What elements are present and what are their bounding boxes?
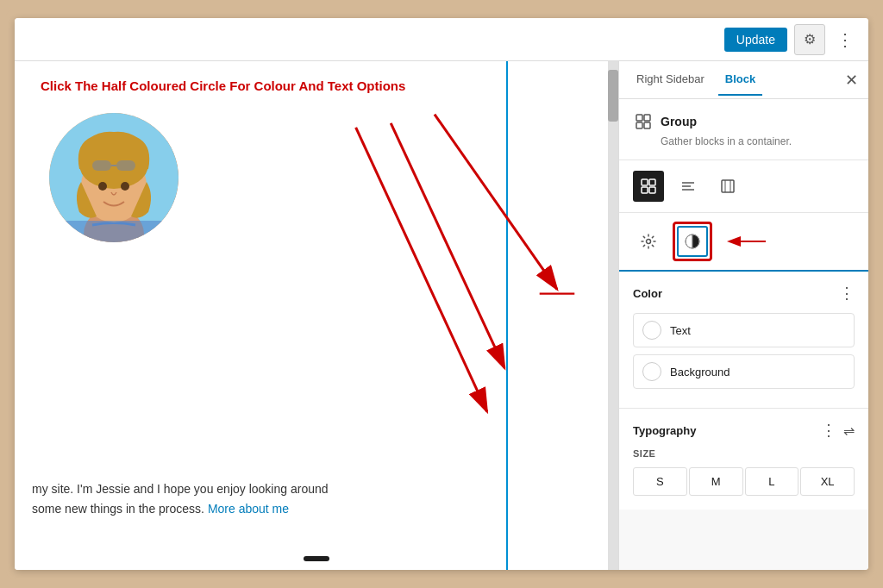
typography-dots[interactable]: ⋮ [821,421,836,440]
editor-inner: Click The Half Coloured Circle For Colou… [15,61,618,570]
update-button[interactable]: Update [724,28,787,52]
sidebar-close-button[interactable]: ✕ [845,71,858,90]
gear-icon: ⚙ [804,31,816,47]
svg-rect-21 [642,187,648,193]
block-toolbar-row1 [619,160,868,213]
text-color-swatch [642,321,661,340]
resize-button[interactable] [712,171,743,202]
resize-icon [720,178,736,194]
scrollbar-thumb[interactable] [608,70,618,122]
right-sidebar: Right Sidebar Block ✕ [618,61,868,570]
svg-rect-18 [644,122,650,128]
svg-rect-5 [116,160,135,171]
block-info: Group Gather blocks in a container. [619,99,868,160]
color-background-option[interactable]: Background [633,354,855,389]
half-circle-color-button[interactable] [677,226,708,257]
size-l-button[interactable]: L [745,467,799,496]
background-color-swatch [642,362,661,381]
bio-text-line2: some new things in the process. [32,502,204,516]
settings-icon-button[interactable] [633,226,664,257]
group-mode-button[interactable] [633,171,664,202]
svg-rect-20 [649,179,655,185]
svg-rect-16 [644,115,650,121]
blue-vertical-line [506,61,508,570]
svg-rect-19 [642,179,648,185]
profile-image-container [49,113,178,242]
group-block-icon [635,113,652,130]
arrow-svg [724,233,767,250]
sidebar-tabs: Right Sidebar Block ✕ [619,61,868,99]
bio-link[interactable]: More about me [208,502,289,516]
top-toolbar: Update ⚙ ⋮ [15,18,868,61]
tab-block[interactable]: Block [718,64,762,96]
toolbar-more-button[interactable]: ⋮ [832,24,858,55]
block-title-row: Group [633,111,855,132]
svg-rect-4 [92,160,111,171]
svg-point-7 [98,182,107,191]
svg-rect-9 [49,221,178,242]
face-illustration [49,113,178,242]
block-toolbar-row2 [619,213,868,272]
block-description: Gather blocks in a container. [661,135,855,147]
typography-header: Typography ⋮ ⇌ [633,421,855,440]
size-s-button[interactable]: S [633,467,687,496]
half-circle-highlight-box [673,222,712,261]
typography-section: Typography ⋮ ⇌ SIZE S M L XL [619,409,868,510]
size-label: SIZE [633,448,855,459]
outer-frame: Update ⚙ ⋮ Click The Half Coloured Circl… [6,9,877,579]
color-section-dots[interactable]: ⋮ [839,284,855,303]
size-xl-button[interactable]: XL [800,467,855,496]
main-container: Update ⚙ ⋮ Click The Half Coloured Circl… [15,18,868,570]
content-area: Click The Half Coloured Circle For Colou… [15,61,868,570]
bio-text: my site. I'm Jessie and I hope you enjoy… [32,479,601,518]
svg-rect-15 [636,115,642,121]
text-color-label: Text [670,324,691,337]
block-title-label: Group [661,115,697,128]
svg-rect-22 [649,187,655,193]
arrow-indicator [724,233,767,250]
align-button[interactable] [673,171,704,202]
annotation-text: Click The Half Coloured Circle For Colou… [41,78,405,93]
color-section-header: Color ⋮ [633,284,855,303]
group-mode-icon [641,178,656,194]
svg-rect-17 [636,122,642,128]
settings-icon [641,234,656,249]
bio-text-line1: my site. I'm Jessie and I hope you enjoy… [32,482,329,496]
dots-icon: ⋮ [836,29,854,50]
color-section-title: Color [633,287,662,300]
typography-title: Typography [633,424,696,437]
size-buttons-row: S M L XL [633,467,855,496]
toolbar-gear-button[interactable]: ⚙ [794,24,825,55]
bottom-handle[interactable] [304,556,329,561]
color-text-option[interactable]: Text [633,313,855,347]
color-section: Color ⋮ Text Background [619,272,868,409]
size-m-button[interactable]: M [689,467,743,496]
svg-line-13 [356,128,487,412]
half-circle-icon-svg [684,233,701,250]
svg-point-8 [121,182,129,191]
editor-area: Click The Half Coloured Circle For Colou… [15,61,618,570]
editor-scrollbar[interactable] [608,61,618,570]
svg-point-29 [647,240,651,244]
block-type-icon [633,111,654,132]
background-color-label: Background [670,366,730,378]
svg-line-11 [435,115,557,290]
tab-right-sidebar[interactable]: Right Sidebar [629,64,711,96]
align-icon [680,178,696,194]
typography-adjust-icon[interactable]: ⇌ [843,422,855,439]
profile-image [49,113,178,242]
svg-rect-26 [722,180,734,192]
svg-line-12 [391,123,504,368]
